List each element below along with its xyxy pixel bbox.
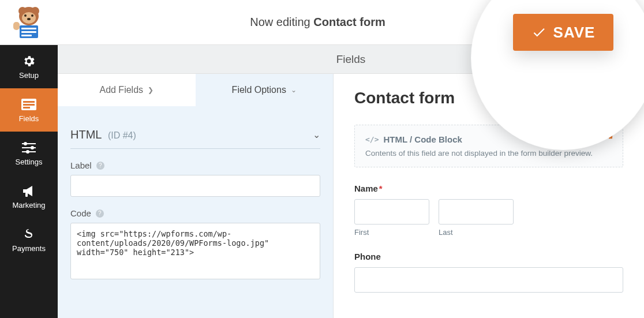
svg-rect-14: [23, 104, 35, 106]
svg-point-4: [24, 14, 27, 17]
section-header-label: Fields: [336, 53, 366, 66]
code-icon: </>: [365, 135, 379, 144]
chevron-down-icon: ⌄: [291, 86, 297, 94]
first-sublabel: First: [354, 228, 429, 237]
dollar-icon: [25, 227, 33, 242]
svg-rect-9: [21, 31, 36, 33]
svg-point-20: [31, 146, 34, 149]
options-tabs: Add Fields ❯ Field Options ⌄: [58, 74, 333, 106]
code-row: Code ?: [70, 208, 320, 218]
editing-prefix: Now editing: [250, 16, 313, 28]
tab-add-fields[interactable]: Add Fields ❯: [58, 74, 196, 106]
svg-rect-10: [21, 35, 32, 36]
svg-rect-13: [23, 101, 35, 103]
chevron-right-icon: ❯: [148, 86, 153, 94]
sliders-icon: [22, 140, 36, 155]
sidenav-item-label: Setup: [19, 71, 39, 80]
help-icon[interactable]: ?: [96, 162, 104, 170]
html-block-title: HTML / Code Block: [383, 134, 462, 144]
editing-form-name: Contact form: [313, 16, 385, 28]
save-label: SAVE: [553, 24, 596, 42]
app-logo: [0, 5, 58, 40]
sidenav-item-label: Payments: [12, 244, 46, 253]
svg-point-6: [27, 18, 31, 20]
svg-rect-8: [21, 28, 36, 29]
sidenav-item-settings[interactable]: Settings: [0, 132, 58, 175]
label-input[interactable]: [70, 175, 320, 197]
sidenav-item-payments[interactable]: Payments: [0, 218, 58, 261]
form-icon: [21, 97, 36, 112]
options-field-id: (ID #4): [108, 130, 136, 140]
svg-rect-11: [13, 22, 20, 30]
svg-rect-22: [25, 193, 28, 197]
tab-label: Add Fields: [99, 85, 143, 95]
svg-point-5: [31, 14, 33, 17]
sidenav-item-setup[interactable]: Setup: [0, 45, 58, 88]
options-section-header[interactable]: HTML (ID #4) ⌄: [70, 118, 320, 149]
field-options-content: HTML (ID #4) ⌄ Label ? Code ? <img src="…: [58, 106, 333, 305]
last-name-input[interactable]: [439, 199, 514, 225]
sidenav: Setup Fields Settings Marketing Payments: [0, 45, 58, 318]
sidenav-item-fields[interactable]: Fields: [0, 88, 58, 132]
tab-label: Field Options: [232, 85, 286, 95]
phone-input[interactable]: [354, 267, 623, 293]
label-label-text: Label: [70, 160, 92, 170]
sidenav-item-label: Fields: [19, 114, 39, 123]
check-icon: [531, 25, 546, 40]
phone-field-label: Phone: [354, 252, 623, 261]
name-label-text: Name: [354, 184, 378, 193]
name-inputs: [354, 199, 623, 225]
last-sublabel: Last: [439, 228, 514, 237]
sidenav-item-marketing[interactable]: Marketing: [0, 175, 58, 218]
sidenav-item-label: Marketing: [12, 201, 45, 209]
svg-point-19: [24, 142, 27, 145]
save-button[interactable]: SAVE: [513, 14, 614, 51]
sidenav-item-label: Settings: [16, 158, 43, 166]
code-label-text: Code: [70, 208, 91, 218]
first-name-input[interactable]: [354, 199, 429, 225]
options-field-type: HTML: [70, 128, 102, 141]
label-row: Label ?: [70, 160, 320, 170]
gear-icon: [22, 54, 36, 69]
code-textarea[interactable]: <img src="https://wpforms.com/wp-content…: [70, 223, 320, 279]
bullhorn-icon: [22, 184, 36, 199]
options-panel: Add Fields ❯ Field Options ⌄ HTML (ID #4…: [58, 74, 334, 318]
html-block-note: Contents of this field are not displayed…: [365, 149, 612, 158]
svg-rect-15: [23, 107, 30, 109]
required-asterisk: *: [379, 184, 383, 193]
code-group: Code ? <img src="https://wpforms.com/wp-…: [70, 208, 320, 282]
help-icon[interactable]: ?: [96, 209, 104, 218]
name-sublabels: First Last: [354, 228, 623, 237]
tab-field-options[interactable]: Field Options ⌄: [196, 74, 334, 106]
name-field-label: Name*: [354, 184, 623, 193]
label-group: Label ?: [70, 160, 320, 197]
chevron-down-icon: ⌄: [313, 129, 320, 140]
svg-point-21: [26, 150, 29, 154]
